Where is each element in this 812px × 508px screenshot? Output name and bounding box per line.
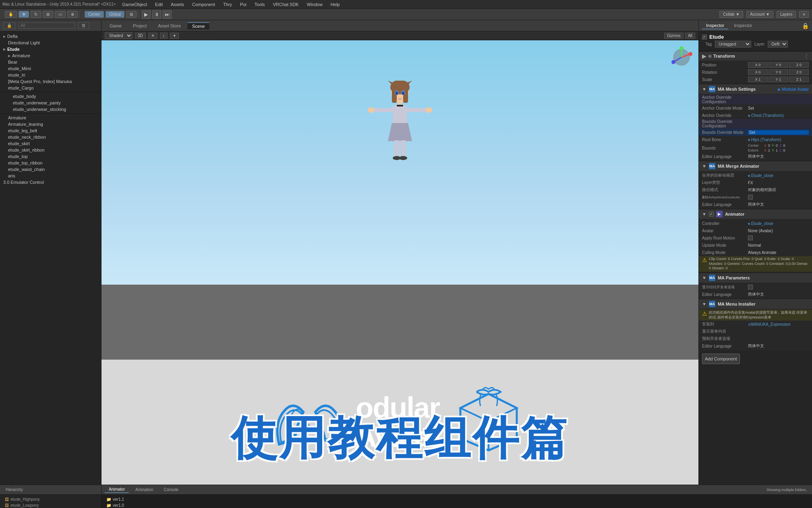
scene-viewport[interactable]: odular Avatar [102, 40, 698, 485]
hier-item-etude[interactable]: ▶Etude [0, 46, 101, 52]
animator-active-checkbox[interactable]: ✓ [709, 212, 714, 217]
gizmos-button[interactable]: Gizmos [664, 33, 684, 39]
hier-item-stocking[interactable]: etude_underwear_stocking [0, 106, 101, 112]
hier-item-panty[interactable]: etude_underwear_panty [0, 100, 101, 106]
menu-assets[interactable]: Assets [169, 2, 186, 7]
animator-header[interactable]: ▼ ✓ ▶ Animator [699, 209, 812, 219]
menu-vrchat[interactable]: VRChat SDK [271, 2, 300, 7]
menu-help[interactable]: Help [329, 2, 342, 7]
hier-item-iri[interactable]: etude_Iri [0, 72, 101, 78]
transform-menu-icon[interactable]: ⋮ [804, 53, 809, 59]
hand-tool[interactable]: ✋ [5, 11, 17, 18]
hierarchy-search[interactable] [19, 23, 75, 29]
bottom-tab-hierarchy[interactable]: Hierarchy [2, 487, 27, 493]
ma-merge-animator-header[interactable]: ▼ MA MA Merge Animator [699, 161, 812, 171]
hier-item-defla[interactable]: ▶Defla [0, 33, 101, 40]
space-button[interactable]: Global [106, 11, 124, 18]
pause-button[interactable]: ⏸ [152, 10, 161, 19]
scale-z-cell[interactable]: Z 1 [789, 77, 809, 82]
layers-button[interactable]: Layers [777, 11, 796, 18]
hier-item-skirt-ribbon[interactable]: etude_skirt_ribbon [0, 147, 101, 153]
rot-x-cell[interactable]: X 0 [748, 69, 768, 75]
tab-game[interactable]: Game [105, 23, 126, 29]
inspector-lock-btn[interactable]: 🔒 [802, 23, 809, 29]
tab-project[interactable]: Project [128, 23, 151, 29]
collab-button[interactable]: Collab ▼ [719, 11, 743, 18]
hier-item-body[interactable]: etude_body [0, 93, 101, 100]
hier-item-armature-leaning[interactable]: Armature_leaning [0, 121, 101, 127]
tab-scene[interactable]: Scene [187, 22, 209, 29]
bottom-tab-animator[interactable]: Animator [105, 486, 129, 493]
rot-y-cell[interactable]: Y 0 [768, 69, 788, 75]
hier-item-waist-chain[interactable]: etude_waist_chain [0, 166, 101, 173]
scale-y-cell[interactable]: Y 1 [768, 77, 788, 82]
dim-button[interactable]: 3D [135, 33, 146, 39]
pos-y-cell[interactable]: Y 0 [768, 62, 788, 68]
transform-tool[interactable]: ⊕ [67, 11, 78, 18]
play-button[interactable]: ▶ [142, 10, 151, 19]
hier-item-bear[interactable]: Bear [0, 59, 101, 65]
menu-tools[interactable]: Tools [253, 2, 267, 7]
shading-select[interactable]: Shaded [105, 32, 133, 39]
hier-item-top-ribbon[interactable]: etude_top_ribbon [0, 160, 101, 166]
bottom-tab-console[interactable]: Console [160, 487, 182, 493]
tag-select[interactable]: Untagged [715, 41, 751, 48]
transform-header[interactable]: ▶ ⊕ Transform ⋮ [699, 51, 812, 60]
hier-item-emulator[interactable]: 3.0 Emulator Control [0, 179, 101, 185]
apply-root-checkbox[interactable] [748, 235, 753, 240]
hierarchy-lock-btn[interactable]: 🔒 [3, 22, 15, 29]
tab-inspector2[interactable]: Inspector [730, 22, 756, 29]
menu-thry[interactable]: Thry [222, 2, 234, 7]
hier-item-leg-belt[interactable]: etude_leg_belt [0, 127, 101, 134]
scale-tool[interactable]: ⊞ [43, 11, 53, 18]
hier-item-mimi[interactable]: etude_Mimi [0, 65, 101, 72]
menu-poi[interactable]: Poi [238, 2, 248, 7]
add-component-button[interactable]: Add Component [702, 354, 740, 364]
scene-gizmo[interactable] [669, 45, 694, 69]
hier-item-cargo[interactable]: etude_Cargo [0, 85, 101, 91]
folder-ver1-1[interactable]: 📁 ver1.1 [105, 496, 809, 502]
scene-lighting-btn[interactable]: ☀ [148, 33, 157, 39]
ma-parameters-header[interactable]: ▼ MA MA Parameters [699, 273, 812, 283]
layout-button[interactable]: ≡ [799, 11, 809, 18]
hier-item-armature2[interactable]: Armature [0, 115, 101, 121]
hierarchy-menu-btn[interactable]: ☰ [78, 22, 89, 29]
scale-x-cell[interactable]: X 1 [748, 77, 768, 82]
bottom-tab-animation[interactable]: Animation [131, 487, 157, 493]
tab-inspector[interactable]: Inspector [702, 22, 728, 29]
pivot-button[interactable]: Center [85, 11, 104, 18]
menu-window[interactable]: Window [305, 2, 324, 7]
rect-tool[interactable]: ▭ [55, 11, 66, 18]
tab-asset-store[interactable]: Asset Store [153, 23, 186, 29]
ma-menu-installer-header[interactable]: ▼ MA MA Menu Installer [699, 299, 812, 309]
folder-ver1-0[interactable]: 📁 ver1.0 [105, 502, 809, 508]
layer-select[interactable]: Deflt [768, 41, 788, 48]
ma-mesh-settings-header[interactable]: ▼ MA MA Mesh Settings ◈ Modular Avatar [699, 84, 812, 94]
hier-item-aris[interactable]: aris [0, 173, 101, 179]
hier-item-skirt[interactable]: etude_skirt [0, 140, 101, 147]
account-button[interactable]: Account ▼ [746, 11, 773, 18]
hier-item-directional-light[interactable]: Directional Light [0, 40, 101, 46]
hier-item-top[interactable]: etude_top [0, 153, 101, 160]
scene-fx-btn[interactable]: ✦ [170, 33, 179, 39]
hier-item-neck-ribbon[interactable]: etude_neck_ribbon [0, 134, 101, 140]
menu-edit[interactable]: Edit [153, 2, 164, 7]
step-button[interactable]: ⏭ [163, 10, 172, 19]
pos-z-cell[interactable]: Z 0 [789, 62, 809, 68]
extra-tool[interactable]: ⊞ [126, 11, 137, 18]
menu-gameobject[interactable]: GameObject [120, 2, 149, 7]
move-tool[interactable]: ✥ [19, 11, 29, 18]
asset-lowpony[interactable]: 🖼 etude_Lowpony [3, 502, 98, 508]
menu-component[interactable]: Component [191, 2, 217, 7]
hier-item-armature[interactable]: ▶Armature [0, 52, 101, 59]
rot-z-cell[interactable]: Z 0 [789, 69, 809, 75]
asset-highpony[interactable]: 🖼 etude_Highpony [3, 496, 98, 502]
scene-audio-btn[interactable]: ♪ [160, 33, 168, 39]
all-button[interactable]: All [685, 33, 695, 39]
pos-x-cell[interactable]: X 0 [748, 62, 768, 68]
object-active-checkbox[interactable]: ✓ [702, 35, 707, 40]
hier-item-manuka[interactable]: [Meta Quest Pro, Index] Manuka [0, 78, 101, 85]
rotate-tool[interactable]: ↻ [31, 11, 41, 18]
show-dev-checkbox[interactable] [748, 285, 753, 289]
delete-checkbox[interactable] [748, 195, 753, 200]
